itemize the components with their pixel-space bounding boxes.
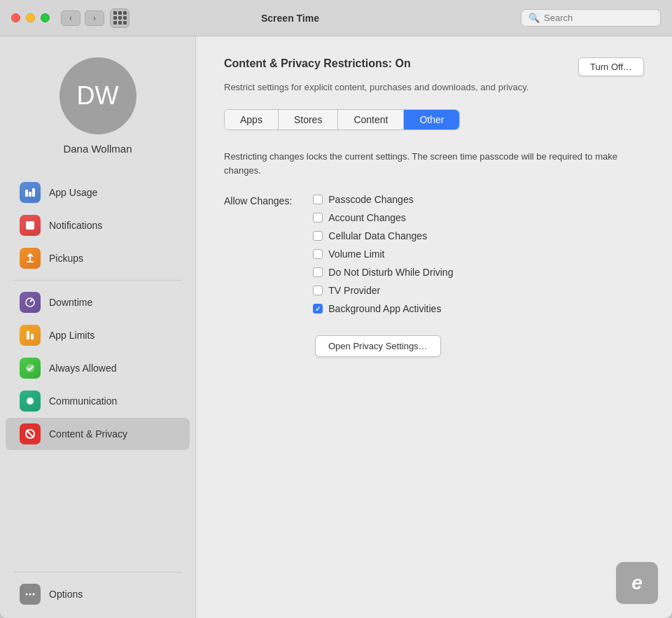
svg-point-9 bbox=[27, 398, 34, 405]
open-privacy-settings-button[interactable]: Open Privacy Settings… bbox=[315, 335, 441, 357]
sidebar: DW Dana Wollman App Usage bbox=[0, 36, 196, 618]
sidebar-label-pickups: Pickups bbox=[49, 253, 83, 264]
svg-point-12 bbox=[26, 594, 28, 596]
tv-provider-label: TV Provider bbox=[328, 285, 380, 296]
svg-rect-3 bbox=[26, 221, 34, 230]
content-header: Content & Privacy Restrictions: On Turn … bbox=[224, 57, 644, 76]
sidebar-label-app-limits: App Limits bbox=[49, 330, 94, 341]
content-area: Content & Privacy Restrictions: On Turn … bbox=[196, 36, 672, 618]
content-privacy-icon bbox=[20, 423, 41, 444]
sidebar-bottom: Options bbox=[0, 566, 195, 618]
sidebar-label-notifications: Notifications bbox=[49, 220, 102, 231]
volume-limit-label: Volume Limit bbox=[328, 248, 384, 260]
tab-stores[interactable]: Stores bbox=[279, 110, 338, 129]
svg-rect-1 bbox=[29, 192, 31, 197]
svg-rect-7 bbox=[31, 334, 34, 339]
sidebar-label-options: Options bbox=[49, 589, 83, 600]
svg-rect-4 bbox=[27, 261, 34, 262]
sidebar-item-communication[interactable]: Communication bbox=[6, 385, 190, 417]
sidebar-item-always-allowed[interactable]: Always Allowed bbox=[6, 352, 190, 384]
search-input[interactable] bbox=[544, 13, 653, 23]
svg-line-11 bbox=[27, 430, 34, 437]
communication-icon bbox=[20, 391, 41, 412]
turn-off-button[interactable]: Turn Off… bbox=[578, 57, 644, 76]
close-button[interactable] bbox=[11, 13, 20, 22]
volume-limit-checkbox[interactable] bbox=[313, 249, 323, 259]
svg-rect-0 bbox=[25, 190, 28, 197]
window-title: Screen Time bbox=[59, 13, 521, 24]
checkbox-row-tv: TV Provider bbox=[313, 285, 453, 296]
sidebar-item-content-privacy[interactable]: Content & Privacy bbox=[6, 418, 190, 450]
user-name: Dana Wollman bbox=[63, 143, 132, 155]
app-limits-icon bbox=[20, 325, 41, 346]
checkbox-row-passcode: Passcode Changes bbox=[313, 194, 453, 205]
avatar-section: DW Dana Wollman bbox=[0, 36, 195, 169]
sidebar-item-pickups[interactable]: Pickups bbox=[6, 242, 190, 274]
main-content: DW Dana Wollman App Usage bbox=[0, 36, 672, 618]
background-app-activities-label: Background App Activities bbox=[328, 303, 441, 314]
avatar: DW bbox=[59, 57, 136, 134]
sidebar-item-notifications[interactable]: Notifications bbox=[6, 209, 190, 241]
sidebar-divider-1 bbox=[14, 280, 181, 281]
sidebar-item-app-usage[interactable]: App Usage bbox=[6, 176, 190, 209]
sidebar-label-app-usage: App Usage bbox=[49, 187, 97, 198]
do-not-disturb-label: Do Not Disturb While Driving bbox=[328, 267, 453, 278]
checkbox-row-dnd: Do Not Disturb While Driving bbox=[313, 267, 453, 278]
sidebar-label-always-allowed: Always Allowed bbox=[49, 363, 117, 374]
sidebar-label-communication: Communication bbox=[49, 395, 117, 407]
svg-point-13 bbox=[29, 594, 31, 596]
notifications-icon bbox=[20, 215, 41, 236]
traffic-lights bbox=[11, 13, 50, 22]
sidebar-item-app-limits[interactable]: App Limits bbox=[6, 319, 190, 351]
options-icon bbox=[20, 584, 41, 605]
allow-changes-label: Allow Changes: bbox=[224, 194, 292, 314]
restriction-subtitle: Restrict settings for explicit content, … bbox=[224, 82, 644, 92]
checkbox-row-background: Background App Activities bbox=[313, 303, 453, 314]
allow-changes-section: Allow Changes: Passcode Changes Account … bbox=[224, 194, 644, 314]
engadget-watermark: e bbox=[616, 562, 658, 604]
account-changes-label: Account Changes bbox=[328, 212, 406, 223]
always-allowed-icon bbox=[20, 358, 41, 379]
tab-other[interactable]: Other bbox=[404, 110, 459, 129]
passcode-changes-checkbox[interactable] bbox=[313, 195, 323, 204]
checkboxes-list: Passcode Changes Account Changes Cellula… bbox=[313, 194, 453, 314]
sidebar-divider-2 bbox=[14, 572, 181, 573]
pickups-icon bbox=[20, 248, 41, 269]
search-box[interactable]: 🔍 bbox=[521, 9, 661, 27]
checkbox-row-volume: Volume Limit bbox=[313, 248, 453, 260]
tab-content[interactable]: Content bbox=[338, 110, 404, 129]
app-usage-icon bbox=[20, 182, 41, 203]
sidebar-label-content-privacy: Content & Privacy bbox=[49, 428, 127, 440]
sidebar-item-options[interactable]: Options bbox=[6, 578, 190, 610]
titlebar: ‹ › Screen Time 🔍 bbox=[0, 0, 672, 36]
background-app-activities-checkbox[interactable] bbox=[313, 304, 323, 314]
description: Restricting changes locks the current se… bbox=[224, 150, 644, 177]
tabs: Apps Stores Content Other bbox=[224, 109, 460, 130]
restriction-title: Content & Privacy Restrictions: On bbox=[224, 57, 411, 70]
search-icon: 🔍 bbox=[528, 13, 540, 23]
cellular-data-changes-checkbox[interactable] bbox=[313, 231, 323, 241]
svg-point-14 bbox=[33, 594, 35, 596]
checkbox-row-cellular: Cellular Data Changes bbox=[313, 230, 453, 241]
svg-rect-6 bbox=[27, 331, 29, 339]
tv-provider-checkbox[interactable] bbox=[313, 286, 323, 295]
minimize-button[interactable] bbox=[26, 13, 35, 22]
do-not-disturb-checkbox[interactable] bbox=[313, 267, 323, 277]
checkbox-row-account: Account Changes bbox=[313, 212, 453, 223]
tab-apps[interactable]: Apps bbox=[225, 110, 279, 129]
account-changes-checkbox[interactable] bbox=[313, 213, 323, 223]
sidebar-nav: App Usage Notifications bbox=[0, 169, 195, 458]
passcode-changes-label: Passcode Changes bbox=[328, 194, 413, 205]
sidebar-item-downtime[interactable]: Downtime bbox=[6, 286, 190, 318]
downtime-icon bbox=[20, 292, 41, 313]
svg-rect-2 bbox=[32, 188, 35, 197]
maximize-button[interactable] bbox=[41, 13, 50, 22]
cellular-data-changes-label: Cellular Data Changes bbox=[328, 230, 427, 241]
sidebar-label-downtime: Downtime bbox=[49, 297, 92, 308]
